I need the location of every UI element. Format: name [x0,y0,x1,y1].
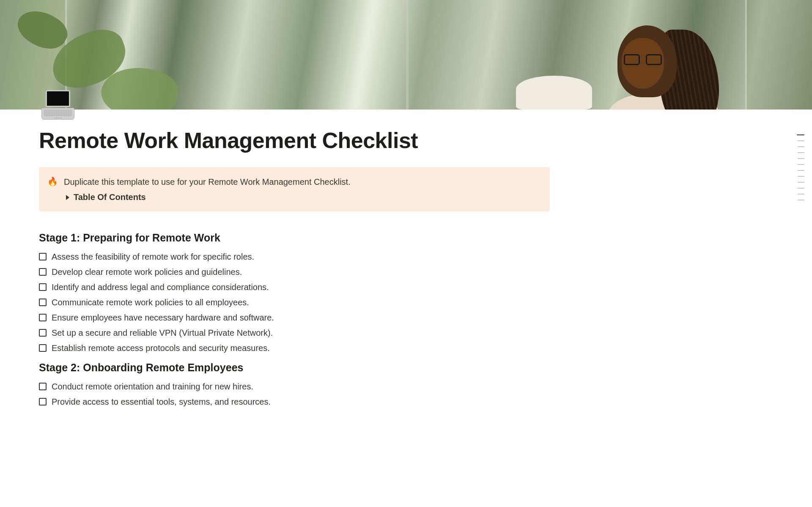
outline-dash[interactable] [798,164,804,165]
outline-dash[interactable] [797,134,804,135]
toc-label: Table Of Contents [74,192,146,202]
outline-dash[interactable] [798,170,804,171]
cover-image[interactable] [0,0,812,110]
todo-item[interactable]: Conduct remote orientation and training … [39,379,589,394]
todo-label[interactable]: Identify and address legal and complianc… [52,281,269,293]
stage-heading[interactable]: Stage 2: Onboarding Remote Employees [39,362,589,374]
checkbox-icon[interactable] [39,283,47,291]
page-content: Remote Work Management Checklist 🔥 Dupli… [39,110,589,409]
outline-dash[interactable] [798,194,804,195]
page-outline[interactable] [794,134,804,200]
todo-label[interactable]: Communicate remote work policies to all … [52,296,249,309]
outline-dash[interactable] [798,182,804,183]
todo-label[interactable]: Assess the feasibility of remote work fo… [52,250,254,263]
todo-item[interactable]: Ensure employees have necessary hardware… [39,310,589,325]
todo-label[interactable]: Provide access to essential tools, syste… [52,395,271,408]
callout-text[interactable]: Duplicate this template to use for your … [64,175,351,188]
stage-heading[interactable]: Stage 1: Preparing for Remote Work [39,232,589,244]
outline-dash[interactable] [798,176,804,177]
callout-block[interactable]: 🔥 Duplicate this template to use for you… [39,167,550,211]
outline-dash[interactable] [798,140,804,141]
page-icon[interactable] [39,88,77,126]
outline-dash[interactable] [798,188,804,189]
todo-item[interactable]: Develop clear remote work policies and g… [39,264,589,280]
todo-item[interactable]: Provide access to essential tools, syste… [39,394,589,409]
todo-item[interactable]: Assess the feasibility of remote work fo… [39,249,589,264]
fire-icon: 🔥 [47,175,58,187]
checkbox-icon[interactable] [39,268,47,276]
checkbox-icon[interactable] [39,329,47,337]
outline-dash[interactable] [798,146,804,147]
outline-dash[interactable] [798,200,804,200]
todo-label[interactable]: Conduct remote orientation and training … [52,380,253,393]
todo-label[interactable]: Ensure employees have necessary hardware… [52,311,274,324]
checkbox-icon[interactable] [39,299,47,306]
laptop-icon [39,88,77,126]
page-title[interactable]: Remote Work Management Checklist [39,110,589,153]
todo-label[interactable]: Set up a secure and reliable VPN (Virtua… [52,326,273,339]
checkbox-icon[interactable] [39,383,47,390]
checkbox-icon[interactable] [39,253,47,260]
todo-item[interactable]: Communicate remote work policies to all … [39,295,589,310]
checkbox-icon[interactable] [39,314,47,321]
checkbox-icon[interactable] [39,398,47,406]
outline-dash[interactable] [798,158,804,159]
todo-item[interactable]: Set up a secure and reliable VPN (Virtua… [39,325,589,340]
toc-toggle[interactable]: Table Of Contents [66,192,541,202]
cover-person-graphic [567,21,719,110]
todo-item[interactable]: Identify and address legal and complianc… [39,280,589,295]
todo-label[interactable]: Develop clear remote work policies and g… [52,266,242,278]
outline-dash[interactable] [798,152,804,153]
caret-right-icon [66,195,69,200]
checkbox-icon[interactable] [39,344,47,352]
todo-label[interactable]: Establish remote access protocols and se… [52,342,270,354]
todo-item[interactable]: Establish remote access protocols and se… [39,340,589,356]
